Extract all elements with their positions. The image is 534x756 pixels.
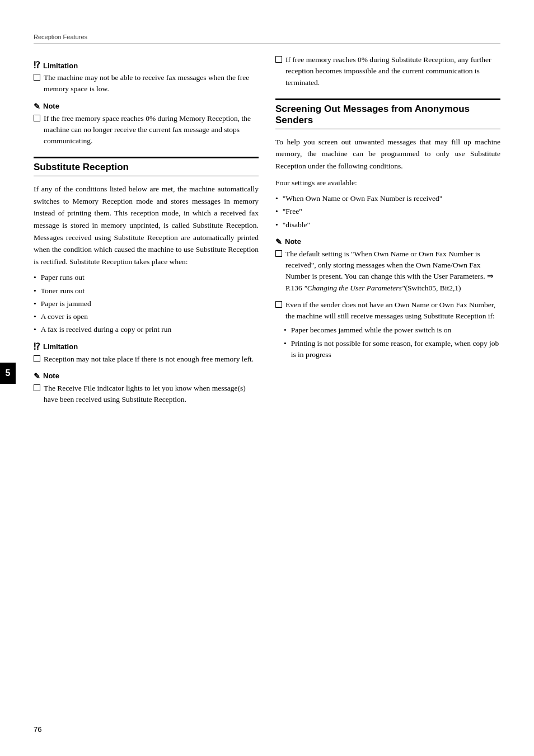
note2-icon: ✎ (34, 372, 40, 381)
note2-label: Note (43, 372, 59, 380)
list-item: Paper runs out (34, 272, 259, 283)
right-top-note: If free memory reaches 0% during Substit… (275, 54, 500, 88)
sub-bullet-list: Paper becomes jammed while the power swi… (284, 325, 500, 360)
substitute-body: If any of the conditions listed below ar… (34, 183, 259, 267)
list-item: Toner runs out (34, 285, 259, 297)
list-item: A cover is open (34, 311, 259, 322)
checkbox3 (34, 355, 40, 362)
limitation1-text: The machine may not be able to receive f… (44, 72, 259, 95)
list-item: "When Own Name or Own Fax Number is rece… (275, 193, 500, 204)
chapter-tab: 5 (0, 363, 16, 384)
four-settings-label: Four settings are available: (275, 177, 500, 189)
note1-icon: ✎ (34, 102, 40, 111)
note1-heading: ✎ Note (34, 102, 259, 111)
list-item: A fax is received during a copy or print… (34, 324, 259, 335)
note3-item: The default setting is "When Own Name or… (275, 248, 500, 294)
checkbox7 (275, 301, 282, 308)
screening-body: To help you screen out unwanted messages… (275, 136, 500, 172)
note3-heading: ✎ Note (275, 237, 500, 246)
limitation1-heading: ⁉ Limitation (34, 61, 259, 70)
limitation2-heading: ⁉ Limitation (34, 342, 259, 351)
note1-label: Note (43, 102, 59, 110)
page-number: 76 (34, 725, 41, 734)
note2-heading: ✎ Note (34, 372, 259, 381)
note1-item: If the free memory space reaches 0% duri… (34, 113, 259, 147)
limitation1-item: The machine may not be able to receive f… (34, 72, 259, 95)
page: 5 Reception Features ⁉ Limitation The ma… (0, 0, 534, 756)
list-item: "disable" (275, 219, 500, 231)
list-item: Paper is jammed (34, 298, 259, 309)
checkbox1 (34, 74, 40, 81)
limitation1-label: Limitation (43, 62, 78, 70)
checkbox4 (34, 384, 40, 391)
right-column: If free memory reaches 0% during Substit… (275, 54, 500, 408)
list-item: Printing is not possible for some reason… (284, 338, 500, 361)
screening-section-heading: Screening Out Messages from Anonymous Se… (275, 98, 500, 129)
note4-text: Even if the sender does not have an Own … (285, 299, 500, 322)
substitute-bullet-list: Paper runs out Toner runs out Paper is j… (34, 272, 259, 335)
limitation2-item: Reception may not take place if there is… (34, 354, 259, 365)
note3-label: Note (285, 237, 301, 246)
list-item: "Free" (275, 206, 500, 217)
two-column-layout: ⁉ Limitation The machine may not be able… (34, 54, 500, 408)
substitute-section-heading: Substitute Reception (34, 157, 259, 176)
limitation2-text: Reception may not take place if there is… (44, 354, 254, 365)
note3-icon: ✎ (275, 237, 282, 246)
note2-item: The Receive File indicator lights to let… (34, 383, 259, 406)
right-top-note-text: If free memory reaches 0% during Substit… (285, 54, 500, 88)
note2-text: The Receive File indicator lights to let… (44, 383, 259, 406)
limitation2-label: Limitation (43, 342, 78, 351)
limitation2-icon: ⁉ (34, 342, 40, 351)
settings-list: "When Own Name or Own Fax Number is rece… (275, 193, 500, 231)
left-column: ⁉ Limitation The machine may not be able… (34, 54, 259, 408)
checkbox2 (34, 115, 40, 121)
list-item: Paper becomes jammed while the power swi… (284, 325, 500, 336)
checkbox6 (275, 250, 282, 257)
limitation1-icon: ⁉ (34, 61, 40, 70)
note1-text: If the free memory space reaches 0% duri… (44, 113, 259, 147)
breadcrumb: Reception Features (34, 34, 500, 44)
note4-item: Even if the sender does not have an Own … (275, 299, 500, 322)
note3-text: The default setting is "When Own Name or… (285, 248, 500, 294)
checkbox5 (275, 56, 282, 63)
